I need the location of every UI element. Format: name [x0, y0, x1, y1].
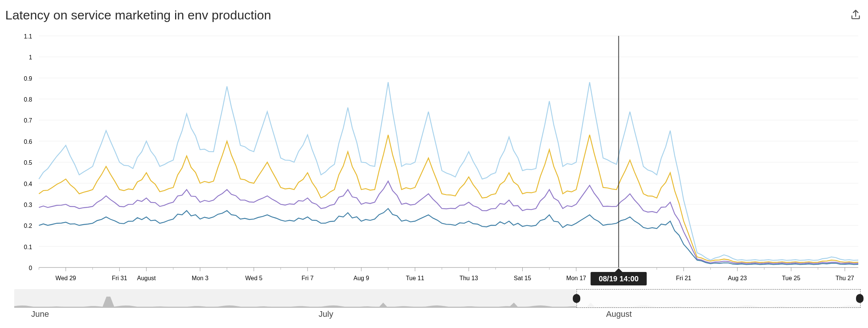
series-p95 [39, 135, 858, 263]
y-tick-label: 0.9 [24, 75, 32, 82]
x-tick-label: Aug 9 [354, 275, 369, 281]
x-tick-label: Mon 3 [192, 275, 209, 281]
x-tick-label: Thu 27 [835, 275, 854, 281]
x-tick-label: Sat 15 [514, 275, 531, 281]
y-tick-label: 0.5 [24, 160, 32, 166]
x-tick-label: Fri 7 [302, 275, 314, 281]
range-handle-right[interactable] [856, 294, 864, 303]
y-tick-label: 0.6 [24, 139, 32, 145]
range-month-label: July [319, 309, 333, 319]
export-button[interactable] [849, 8, 863, 22]
range-handle-left[interactable] [573, 294, 580, 303]
y-tick-label: 0.3 [24, 202, 32, 208]
x-tick-label: August [137, 275, 156, 281]
y-tick-label: 0.4 [24, 181, 32, 187]
main-chart[interactable]: 00.10.20.30.40.50.60.70.80.911.1Wed 29Fr… [5, 28, 862, 289]
export-icon [850, 9, 861, 21]
series-p75 [39, 208, 858, 264]
x-tick-label: Tue 11 [406, 275, 424, 281]
range-slider[interactable] [14, 289, 860, 308]
x-tick-label: Wed 29 [55, 275, 76, 281]
cursor-label: 08/19 14:00 [599, 275, 639, 283]
range-month-labels: JuneJulyAugust [14, 308, 860, 321]
y-tick-label: 0.7 [24, 117, 32, 124]
y-tick-label: 1 [29, 54, 32, 61]
range-month-label: June [31, 309, 49, 319]
x-tick-label: Aug 23 [728, 275, 747, 281]
x-tick-label: Fri 31 [112, 275, 127, 281]
y-tick-label: 0 [29, 265, 32, 271]
y-tick-label: 0.1 [24, 244, 32, 250]
x-tick-label: Thu 13 [459, 275, 478, 281]
x-tick-label: Tue 25 [782, 275, 800, 281]
y-tick-label: 0.2 [24, 223, 32, 229]
x-tick-label: Mon 17 [566, 275, 586, 281]
range-selection[interactable] [577, 289, 861, 308]
x-tick-label: Fri 21 [676, 275, 691, 281]
page-title: Latency on service marketing in env prod… [5, 8, 271, 22]
range-month-label: August [606, 309, 632, 319]
x-tick-label: Wed 5 [245, 275, 262, 281]
series-p99 [39, 82, 858, 260]
y-tick-label: 0.8 [24, 96, 32, 103]
y-tick-label: 1.1 [24, 33, 32, 40]
